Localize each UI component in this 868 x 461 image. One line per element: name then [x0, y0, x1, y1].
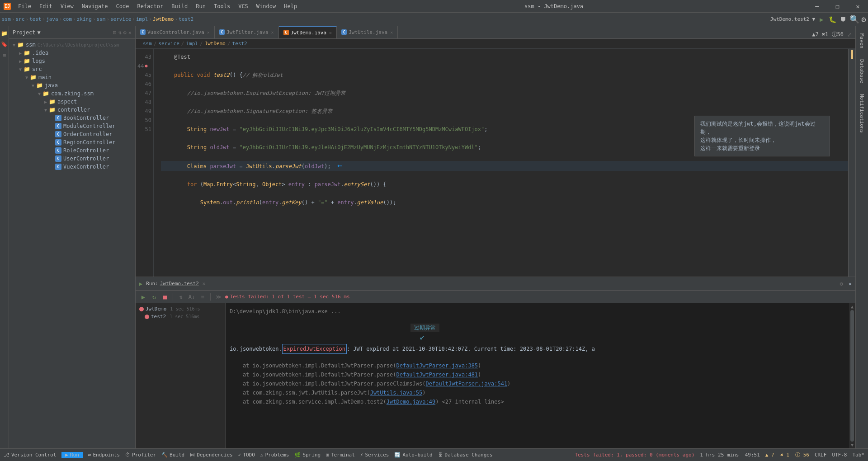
tree-item-ssm-root[interactable]: ▼ 📁 ssm C:\Users\a\Desktop\project\ssm — [9, 41, 135, 49]
expand-tests-button[interactable]: ≡ — [198, 293, 207, 301]
menu-vcs[interactable]: VCS — [235, 2, 252, 10]
run-restart-button[interactable]: ▶ — [139, 293, 147, 301]
menu-window[interactable]: Window — [253, 2, 279, 10]
scroll-thumb[interactable] — [850, 310, 854, 442]
maven-icon[interactable]: Maven — [858, 30, 867, 52]
settings-panel-icon[interactable]: ⚙ — [123, 29, 127, 36]
menu-refactor[interactable]: Refactor — [133, 2, 167, 10]
tree-item-com-zking-ssm[interactable]: ▼ 📁 com.zking.ssm — [9, 89, 135, 98]
menu-run[interactable]: Run — [192, 2, 209, 10]
sort-icon[interactable]: ⇅ — [118, 29, 121, 36]
bc-impl[interactable]: impl — [186, 41, 198, 47]
build-status[interactable]: 🔨 Build — [161, 452, 184, 458]
coverage-button[interactable]: ⛊ — [839, 15, 848, 24]
tree-item-rolecontroller[interactable]: C RoleController — [9, 146, 135, 155]
project-icon[interactable]: 📁 — [1, 30, 8, 37]
stack-link-2[interactable]: DefaultJwtParser.java:481 — [396, 372, 478, 378]
menu-build[interactable]: Build — [168, 2, 191, 10]
indent-status[interactable]: Tab* — [853, 452, 865, 458]
scroll-up-icon[interactable]: ▲ — [851, 304, 854, 309]
close-button[interactable]: ✕ — [848, 0, 868, 13]
tab-close-icon[interactable]: ✕ — [271, 30, 274, 35]
stack-link-3[interactable]: DefaultJwtParser.java:541 — [425, 381, 507, 387]
stack-link-1[interactable]: DefaultJwtParser.java:385 — [396, 362, 478, 369]
breadcrumb-zking[interactable]: zking — [77, 16, 92, 22]
bc-test2[interactable]: test2 — [232, 41, 247, 47]
menu-bar[interactable]: File Edit View Navigate Code Refactor Bu… — [14, 2, 301, 10]
collapse-all-icon[interactable]: ⊟ — [113, 29, 116, 36]
dependencies-status[interactable]: ⋈ Dependencies — [190, 452, 232, 458]
menu-navigate[interactable]: Navigate — [78, 2, 112, 10]
run-status[interactable]: ▶ Run — [61, 452, 83, 458]
breadcrumb-impl[interactable]: impl — [136, 16, 148, 22]
close-panel-icon[interactable]: ✕ — [128, 29, 132, 36]
tree-item-idea[interactable]: ▶ 📁 .idea — [9, 49, 135, 57]
breadcrumb-ssm[interactable]: ssm — [2, 16, 11, 22]
sort-alpha-button[interactable]: A↓ — [188, 293, 196, 301]
stack-link-5[interactable]: JwtDemo.java:49 — [387, 399, 435, 405]
settings-button[interactable]: ⚙ — [861, 14, 866, 24]
tree-item-main[interactable]: ▼ 📁 main — [9, 73, 135, 81]
tree-item-regioncontroller[interactable]: C RegionController — [9, 138, 135, 146]
run-button[interactable]: ▶ — [817, 15, 826, 24]
tab-jwtutils[interactable]: C JwtUtils.java ✕ — [337, 26, 398, 38]
run-config-selector[interactable]: JwtDemo.test2 ▼ — [770, 16, 815, 22]
tree-item-logs[interactable]: ▶ 📁 logs — [9, 57, 135, 65]
tree-item-vuexcontroller[interactable]: C VuexController — [9, 163, 135, 171]
tree-item-bookcontroller[interactable]: C BookController — [9, 114, 135, 122]
version-control-status[interactable]: ⎇ Version Control — [4, 452, 56, 458]
tree-item-aspect[interactable]: ▶ 📁 aspect — [9, 98, 135, 106]
run-panel-close[interactable]: ✕ — [849, 281, 852, 287]
more-options-button[interactable]: ≫ — [214, 293, 222, 301]
breadcrumb-test2[interactable]: test2 — [179, 16, 193, 22]
breadcrumb-ssm2[interactable]: ssm — [97, 16, 106, 22]
bookmark-icon[interactable]: 🔖 — [1, 41, 8, 48]
expand-editor-icon[interactable]: ⤢ — [847, 32, 852, 38]
tree-item-usercontroller[interactable]: C UserController — [9, 155, 135, 163]
tree-item-src[interactable]: ▼ 📁 src — [9, 65, 135, 73]
todo-status[interactable]: ✓ TODO — [238, 452, 255, 458]
line-ending-status[interactable]: CRLF — [815, 452, 827, 458]
warnings-status[interactable]: ▲ 7 ✖ 1 ⓘ 56 — [765, 452, 809, 458]
breadcrumb-com[interactable]: com — [63, 16, 72, 22]
run-tree-jwtdemo[interactable]: JwtDemo 1 sec 516ms — [137, 305, 224, 313]
code-editor[interactable]: 43 44 ● 45 46 47 48 49 50 51 @Test publi… — [136, 49, 855, 277]
run-stop-button[interactable]: ■ — [161, 293, 169, 301]
scroll-down-icon[interactable]: ▼ — [851, 442, 854, 447]
breadcrumb-src[interactable]: src — [16, 16, 25, 22]
menu-file[interactable]: File — [14, 2, 35, 10]
tab-jwtdemo[interactable]: C JwtDemo.java ✕ — [279, 26, 337, 38]
notifications-icon[interactable]: Notifications — [858, 90, 867, 136]
sort-tests-button[interactable]: ⇅ — [177, 293, 185, 301]
menu-view[interactable]: View — [57, 2, 77, 10]
breadcrumb-test[interactable]: test — [29, 16, 42, 22]
run-rerun-button[interactable]: ↻ — [150, 293, 158, 301]
profiler-status[interactable]: ⏱ Profiler — [125, 452, 156, 458]
charset-status[interactable]: UTF-8 — [832, 452, 847, 458]
menu-tools[interactable]: Tools — [210, 2, 234, 10]
minimize-button[interactable]: ─ — [807, 0, 827, 13]
project-dropdown-icon[interactable]: ▼ — [38, 29, 41, 36]
autobuild-status[interactable]: 🔄 Auto-build — [394, 452, 432, 458]
breadcrumb-jwtdemo[interactable]: JwtDemo — [153, 16, 174, 22]
tree-item-controller[interactable]: ▼ 📁 controller — [9, 106, 135, 114]
menu-code[interactable]: Code — [113, 2, 133, 10]
stack-link-4[interactable]: JwtUtils.java:55 — [370, 390, 423, 396]
breadcrumb-java[interactable]: java — [46, 16, 58, 22]
endpoints-status[interactable]: ⇌ Endpoints — [88, 452, 120, 458]
bc-ssm[interactable]: ssm — [143, 41, 152, 47]
run-tab-name[interactable]: JwtDemo.test2 — [160, 281, 199, 287]
spring-status[interactable]: 🌿 Spring — [294, 452, 321, 458]
window-controls[interactable]: ─ ❐ ✕ — [807, 0, 868, 13]
bc-service[interactable]: service — [159, 41, 179, 47]
tab-close-icon[interactable]: ✕ — [390, 30, 393, 35]
warning-indicator[interactable]: ▲7 ✖1 ⓘ56 — [812, 31, 844, 38]
menu-edit[interactable]: Edit — [36, 2, 56, 10]
maximize-button[interactable]: ❐ — [827, 0, 848, 13]
breadcrumb-service[interactable]: service — [110, 16, 131, 22]
dbchanges-status[interactable]: 🗄 Database Changes — [438, 452, 493, 458]
services-status[interactable]: ⚡ Services — [360, 452, 389, 458]
run-panel-settings[interactable]: ⚙ — [840, 281, 843, 287]
test-fail-status[interactable]: Tests failed: 1, passed: 0 (moments ago) — [575, 452, 694, 458]
bc-jwtdemo[interactable]: JwtDemo — [205, 41, 226, 47]
